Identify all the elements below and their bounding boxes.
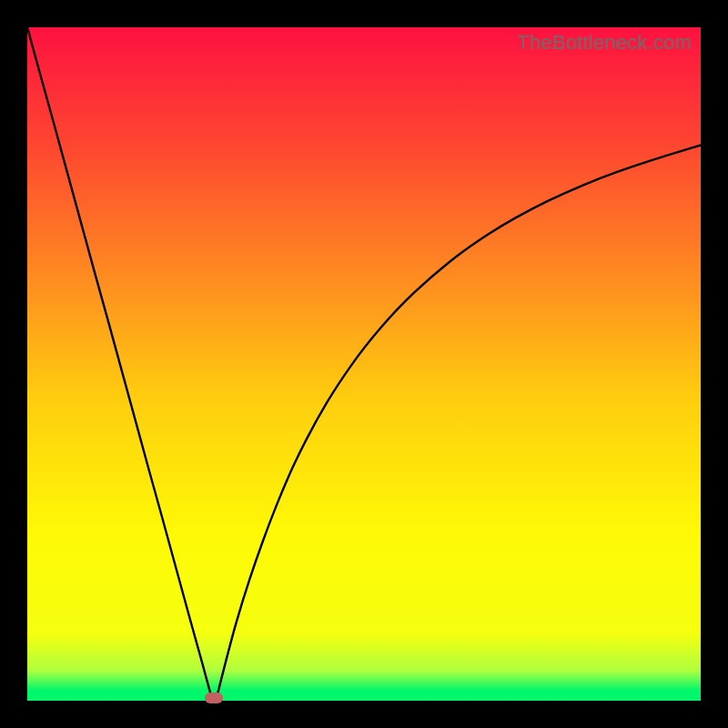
plot-frame: TheBottleneck.com: [27, 27, 701, 701]
gradient-background: [27, 27, 701, 701]
bottleneck-chart: [27, 27, 701, 701]
optimum-marker: [205, 693, 223, 703]
watermark-label: TheBottleneck.com: [517, 31, 692, 55]
